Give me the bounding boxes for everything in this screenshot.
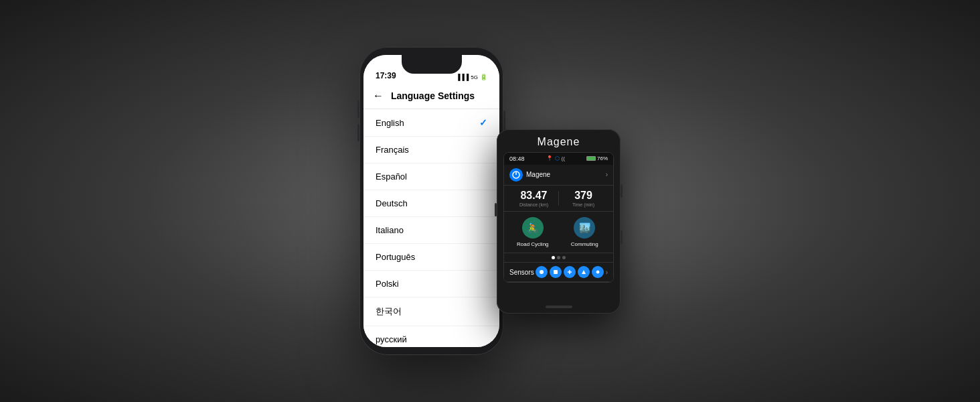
gps-activities-row: 🚴 Road Cycling 🏙️ Commuting xyxy=(504,212,613,253)
page-title: Language Settings xyxy=(389,90,477,101)
commuting-label: Commuting xyxy=(571,241,598,247)
list-item[interactable]: Français xyxy=(363,137,499,163)
checkmark-icon: ✓ xyxy=(479,117,487,128)
gps-left-button[interactable] xyxy=(495,203,497,216)
gps-device: Magene 08:48 📍 ⬡ (( 76% xyxy=(497,129,621,314)
battery-icon: 🔋 xyxy=(480,74,487,80)
list-item[interactable]: Español xyxy=(363,163,499,190)
gps-screen: 08:48 📍 ⬡ (( 76% xyxy=(503,152,614,283)
status-icons: ▐▐▐ 5G 🔋 xyxy=(456,74,487,80)
language-name: Polski xyxy=(376,279,399,289)
sensor-icon-4 xyxy=(578,266,590,278)
back-button[interactable]: ← xyxy=(373,90,384,102)
phone-header: ← Language Settings xyxy=(363,84,499,109)
page-dot-3[interactable] xyxy=(562,256,566,259)
gps-brand-name: Magene xyxy=(497,129,621,152)
road-cycling-label: Road Cycling xyxy=(517,241,549,247)
gps-location-icon: 📍 xyxy=(546,155,553,161)
list-item[interactable]: русский xyxy=(363,326,499,347)
signal-icon: ▐▐▐ xyxy=(456,74,469,80)
gps-stats-row: 83.47 Distance (km) 379 Time (min) xyxy=(504,186,613,212)
list-item[interactable]: English ✓ xyxy=(363,109,499,137)
list-item[interactable]: Italiano xyxy=(363,217,499,244)
gps-status-icons: 📍 ⬡ (( xyxy=(546,155,565,161)
sensor-icon-2 xyxy=(550,266,562,278)
list-item[interactable]: Deutsch xyxy=(363,190,499,217)
activity-road-cycling[interactable]: 🚴 Road Cycling xyxy=(509,217,556,247)
language-list: English ✓ Français Español Deutsch Itali… xyxy=(363,109,499,347)
commuting-icon: 🏙️ xyxy=(574,217,595,239)
battery-percent: 76% xyxy=(597,155,608,161)
gps-bluetooth-icon: ⬡ xyxy=(555,155,560,161)
activity-commuting[interactable]: 🏙️ Commuting xyxy=(562,217,608,247)
app-name: Magene xyxy=(526,171,550,178)
language-name: Italiano xyxy=(376,225,404,235)
sensor-icons-group xyxy=(536,266,604,278)
phone-notch xyxy=(402,55,462,74)
language-name: 한국어 xyxy=(376,306,402,318)
sensor-icon-1 xyxy=(536,266,548,278)
svg-point-2 xyxy=(540,270,544,274)
sensor-icon-5 xyxy=(592,266,604,278)
language-name: русский xyxy=(376,334,407,344)
svg-point-5 xyxy=(596,271,599,273)
phone-time: 17:39 xyxy=(376,71,396,80)
volume-up-button[interactable] xyxy=(357,100,359,118)
page-dot-1[interactable] xyxy=(552,256,555,259)
distance-value: 83.47 xyxy=(509,190,558,202)
volume-down-button[interactable] xyxy=(357,124,359,141)
gps-wifi-icon: (( xyxy=(562,155,565,161)
gps-sensors-row[interactable]: Sensors xyxy=(504,263,613,282)
app-icon xyxy=(509,168,523,182)
time-value: 379 xyxy=(559,190,608,202)
svg-marker-4 xyxy=(582,270,586,274)
gps-distance-stat: 83.47 Distance (km) xyxy=(509,190,558,208)
gps-time-stat: 379 Time (min) xyxy=(559,190,608,208)
wifi-icon: 5G xyxy=(471,74,478,80)
time-label: Time (min) xyxy=(559,202,608,207)
sensors-chevron-icon: › xyxy=(606,269,608,276)
sensors-label: Sensors xyxy=(509,269,534,276)
gps-app-info: Magene xyxy=(509,168,550,182)
gps-time: 08:48 xyxy=(509,155,525,162)
gps-status-bar: 08:48 📍 ⬡ (( 76% xyxy=(504,153,613,165)
language-name: Español xyxy=(376,172,407,182)
gps-bottom-bar xyxy=(546,306,572,308)
gps-page-dots xyxy=(504,253,613,263)
language-name: English xyxy=(376,118,404,128)
list-item[interactable]: 한국어 xyxy=(363,297,499,326)
list-item[interactable]: Polski xyxy=(363,271,499,297)
language-name: Français xyxy=(376,145,409,155)
devices-container: 17:39 ▐▐▐ 5G 🔋 ← Language Settings Engli… xyxy=(316,27,664,375)
road-cycling-icon: 🚴 xyxy=(522,217,544,239)
sensor-icon-3 xyxy=(564,266,576,278)
phone-screen: 17:39 ▐▐▐ 5G 🔋 ← Language Settings Engli… xyxy=(363,55,499,347)
list-item[interactable]: Português xyxy=(363,244,499,271)
page-dot-2[interactable] xyxy=(557,256,560,259)
gps-battery: 76% xyxy=(586,155,608,161)
gps-app-row[interactable]: Magene › xyxy=(504,165,613,186)
gps-right-bottom-button[interactable] xyxy=(621,230,623,244)
svg-rect-3 xyxy=(554,270,558,274)
gps-right-top-button[interactable] xyxy=(621,184,623,198)
language-name: Deutsch xyxy=(376,198,408,208)
distance-label: Distance (km) xyxy=(509,202,558,207)
language-name: Português xyxy=(376,252,415,262)
chevron-right-icon: › xyxy=(606,171,608,178)
smartphone: 17:39 ▐▐▐ 5G 🔋 ← Language Settings Engli… xyxy=(359,47,503,355)
battery-bar-icon xyxy=(586,156,596,161)
